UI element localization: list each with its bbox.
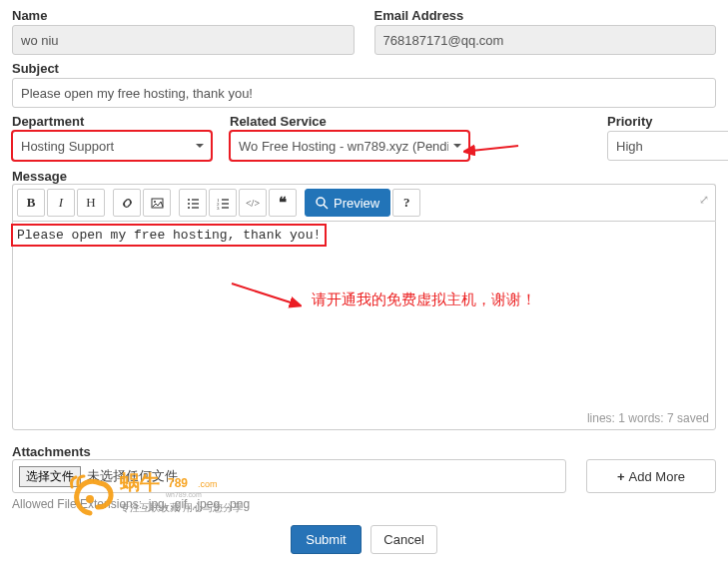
department-select[interactable]: Hosting Support xyxy=(12,131,212,161)
svg-text:3: 3 xyxy=(217,206,220,210)
preview-button[interactable]: Preview xyxy=(305,189,390,217)
priority-select[interactable]: High xyxy=(607,131,728,161)
email-input[interactable] xyxy=(374,25,717,55)
editor-status: lines: 1 words: 7 saved xyxy=(587,411,709,425)
message-text: Please open my free hosting, thank you! xyxy=(13,226,325,245)
related-select[interactable]: Wo Free Hosting - wn789.xyz (Pending) xyxy=(230,131,469,161)
help-button[interactable]: ? xyxy=(392,189,420,217)
quote-button[interactable]: ❝ xyxy=(269,189,297,217)
svg-point-2 xyxy=(154,201,156,203)
label-name: Name xyxy=(12,8,355,23)
ul-button[interactable] xyxy=(179,189,207,217)
label-related: Related Service xyxy=(230,114,469,129)
label-priority: Priority xyxy=(607,114,728,129)
subject-input[interactable] xyxy=(12,78,716,108)
label-department: Department xyxy=(12,114,212,129)
italic-button[interactable]: I xyxy=(47,189,75,217)
image-button[interactable] xyxy=(143,189,171,217)
editor-toolbar: B I H 123 </> ❝ Preview ? ⤢ xyxy=(12,184,716,221)
allowed-extensions: Allowed File Extensions: .jpg, .gif, .jp… xyxy=(12,497,716,511)
bold-button[interactable]: B xyxy=(17,189,45,217)
submit-button[interactable]: Submit xyxy=(291,525,361,554)
svg-point-5 xyxy=(188,203,190,205)
name-input[interactable] xyxy=(12,25,355,55)
choose-file-button[interactable]: 选择文件 xyxy=(19,466,81,487)
svg-point-7 xyxy=(188,207,190,209)
heading-button[interactable]: H xyxy=(77,189,105,217)
message-editor[interactable]: Please open my free hosting, thank you! … xyxy=(12,221,716,430)
add-more-button[interactable]: + Add More xyxy=(586,459,716,493)
link-button[interactable] xyxy=(113,189,141,217)
label-message: Message xyxy=(12,169,67,184)
plus-icon: + xyxy=(617,469,625,484)
expand-icon[interactable]: ⤢ xyxy=(699,193,709,207)
label-subject: Subject xyxy=(12,61,716,76)
svg-line-16 xyxy=(324,205,328,209)
code-button[interactable]: </> xyxy=(239,189,267,217)
file-input-box[interactable]: 选择文件 未选择任何文件 xyxy=(12,459,566,493)
label-email: Email Address xyxy=(374,8,717,23)
file-none-text: 未选择任何文件 xyxy=(87,467,178,485)
svg-point-3 xyxy=(188,199,190,201)
cancel-button[interactable]: Cancel xyxy=(370,525,436,554)
label-attachments: Attachments xyxy=(12,444,91,459)
search-icon xyxy=(316,197,329,210)
svg-point-15 xyxy=(317,198,325,206)
ol-button[interactable]: 123 xyxy=(209,189,237,217)
